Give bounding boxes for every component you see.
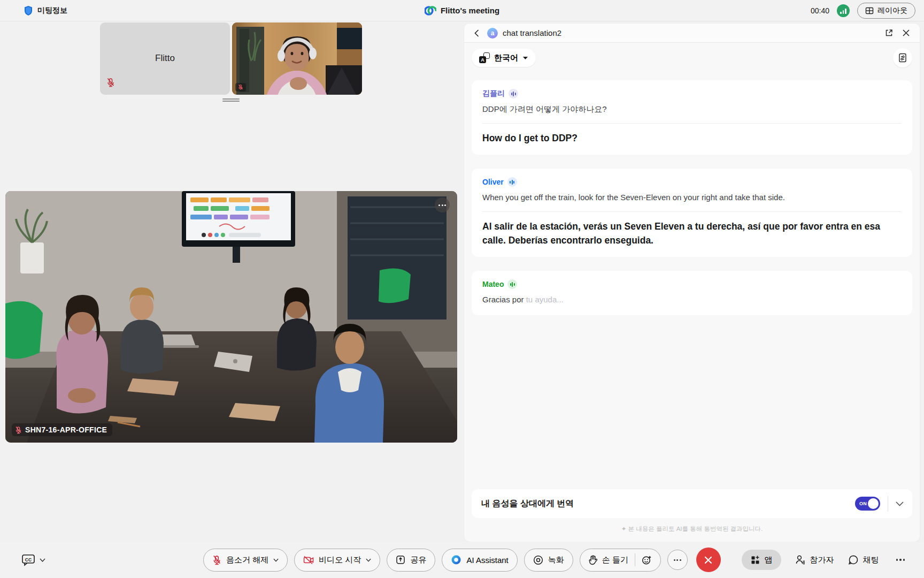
start-video-button[interactable]: 비디오 시작 (294, 549, 380, 572)
meeting-timer: 00:40 (811, 6, 829, 15)
unmute-label: 음소거 해제 (226, 555, 268, 565)
language-selected: 한국어 (494, 53, 518, 63)
more-options-button[interactable] (893, 556, 908, 564)
share-label: 공유 (410, 555, 426, 565)
chevron-down-icon (522, 56, 528, 60)
start-video-label: 비디오 시작 (319, 555, 361, 565)
layout-button-label: 레이아웃 (877, 6, 907, 16)
ai-assistant-label: AI Assistant (466, 556, 508, 565)
meeting-title: Flitto's meeting (441, 6, 499, 15)
panel-header: a chat translation2 (464, 24, 920, 43)
transcript-settings-button[interactable] (893, 48, 912, 67)
mic-muted-icon (106, 78, 115, 89)
filmstrip-drag-handle[interactable] (220, 97, 242, 103)
shield-icon (24, 5, 33, 16)
video-tile-name: Flitto (100, 53, 230, 64)
voice-waveform-icon (509, 89, 518, 98)
chat-bubble-icon (848, 554, 859, 565)
participants-icon (795, 554, 806, 565)
record-button[interactable]: 녹화 (524, 549, 573, 572)
closed-captions-button[interactable]: CC (21, 553, 35, 566)
meeting-info[interactable]: 미팅정보 (24, 5, 67, 16)
message-translation: Al salir de la estación, verás un Seven … (482, 219, 902, 247)
layout-button[interactable]: 레이아웃 (857, 3, 915, 19)
voice-waveform-icon (507, 279, 517, 289)
cc-icon: CC (21, 553, 35, 566)
connection-quality-icon[interactable] (837, 4, 850, 17)
voice-translate-toggle[interactable]: ON (855, 497, 880, 511)
remote-mic-muted-chip (235, 83, 246, 92)
chat-label: 채팅 (863, 555, 879, 565)
message-translation: How do I get to DDP? (482, 131, 902, 145)
mic-muted-icon (212, 555, 221, 565)
meeting-title-group: Flitto's meeting (425, 5, 499, 16)
apps-grid-icon (750, 555, 760, 565)
open-in-new-window-button[interactable] (883, 27, 895, 39)
top-bar: 미팅정보 Flitto's meeting 00:40 레이아웃 (0, 0, 924, 21)
voice-waveform-icon (507, 177, 517, 187)
panel-title: chat translation2 (503, 28, 561, 37)
webex-logo-icon (425, 5, 436, 16)
camera-off-icon (303, 556, 314, 565)
raise-hand-icon (589, 555, 597, 565)
ai-assistant-icon (451, 554, 461, 565)
room-video-feed (5, 191, 457, 443)
close-icon (704, 556, 713, 565)
record-label: 녹화 (548, 555, 564, 565)
room-label: SHN7-16-APR-OFFICE (25, 425, 107, 434)
voice-translate-bar: 내 음성을 상대에게 번역 ON (472, 489, 912, 518)
speaker-name: 김플리 (482, 89, 505, 98)
message-card: Oliver When you get off the train, look … (472, 169, 912, 257)
language-selector[interactable]: A 한국어 (472, 49, 536, 67)
message-card: 김플리 DDP에 가려면 어떻게 가야하나요? How do I get to … (472, 80, 912, 155)
apps-label: 앱 (765, 555, 773, 565)
svg-text:CC: CC (25, 557, 32, 562)
mic-muted-icon (15, 426, 22, 434)
raise-hand-button[interactable]: 손 들기 (580, 549, 661, 572)
back-button[interactable] (472, 28, 482, 39)
video-tile-remote[interactable] (232, 22, 362, 95)
meeting-info-label: 미팅정보 (37, 6, 67, 16)
ai-disclaimer: ✦ 본 내용은 플리토 AI를 통해 통번역된 결과입니다. (464, 525, 920, 533)
video-tile-flitto[interactable]: Flitto (100, 22, 230, 95)
room-label-chip: SHN7-16-APR-OFFICE (12, 423, 112, 436)
more-controls-button[interactable] (667, 550, 688, 570)
reactions-icon[interactable] (642, 555, 652, 565)
chat-button[interactable]: 채팅 (848, 554, 879, 565)
grid-layout-icon (865, 6, 874, 15)
apps-button[interactable]: 앱 (742, 550, 781, 570)
unmute-button[interactable]: 음소거 해제 (203, 549, 288, 572)
speaker-name: Oliver (482, 178, 504, 186)
app-icon: a (487, 28, 498, 39)
remote-video-feed (232, 22, 362, 95)
message-card: Mateo Gracias por tu ayuda... (472, 271, 912, 315)
video-tile-room[interactable]: SHN7-16-APR-OFFICE (5, 191, 457, 443)
chevron-down-icon (273, 558, 279, 562)
voice-translate-label: 내 음성을 상대에게 번역 (481, 498, 855, 509)
message-original: When you get off the train, look for the… (482, 192, 902, 203)
expand-chevron-icon[interactable] (896, 501, 904, 506)
participants-button[interactable]: 참가자 (795, 554, 834, 565)
ai-assistant-button[interactable]: AI Assistant (442, 549, 517, 572)
message-original: DDP에 가려면 어떻게 가야하나요? (482, 103, 902, 115)
tile-more-options-button[interactable] (435, 197, 450, 212)
share-button[interactable]: 공유 (387, 549, 435, 572)
leave-meeting-button[interactable] (696, 547, 721, 572)
translate-icon: A (479, 52, 490, 63)
close-panel-button[interactable] (900, 27, 912, 39)
chevron-down-icon (366, 558, 371, 562)
share-icon (396, 555, 405, 565)
message-original-partial: Gracias por tu ayuda... (482, 294, 902, 306)
cc-chevron-icon[interactable] (40, 558, 45, 562)
raise-hand-label: 손 들기 (602, 555, 628, 565)
chat-translation-panel: a chat translation2 A 한국어 김플리 (464, 24, 920, 542)
record-icon (533, 555, 543, 565)
speaker-name: Mateo (482, 280, 504, 288)
participants-label: 참가자 (810, 555, 834, 565)
control-toolbar: CC 음소거 해제 비디오 시작 공유 AI Assistant (0, 542, 924, 578)
